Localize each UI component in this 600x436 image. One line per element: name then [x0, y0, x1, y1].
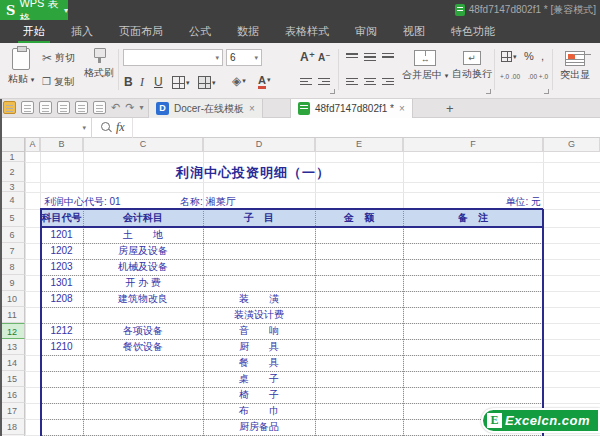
- search-icon[interactable]: [101, 122, 110, 131]
- cell-row12-col0: 1212: [40, 323, 83, 339]
- shading-button[interactable]: ▾: [198, 76, 216, 89]
- menu-item-8[interactable]: 特色功能: [438, 20, 508, 43]
- row-header-16[interactable]: 16: [0, 387, 25, 403]
- align-right-button[interactable]: [382, 76, 394, 87]
- shrink-font-button[interactable]: A⁻: [318, 52, 331, 63]
- underline-button[interactable]: U: [154, 75, 163, 89]
- row-header-3[interactable]: 3: [0, 182, 25, 192]
- save-icon[interactable]: [21, 101, 34, 114]
- increase-indent-button[interactable]: [318, 76, 330, 87]
- row-header-10[interactable]: 10: [0, 291, 25, 307]
- column-header-E[interactable]: E: [315, 138, 403, 152]
- align-group-dialog-launcher[interactable]: [486, 89, 491, 94]
- table-inner-line: [40, 371, 543, 372]
- align-left-button[interactable]: [346, 76, 358, 87]
- print-icon[interactable]: [57, 101, 70, 114]
- fill-color-button[interactable]: ◈▾: [232, 75, 246, 87]
- font-group-dialog-launcher[interactable]: [330, 89, 335, 94]
- decrease-indent-button[interactable]: [300, 76, 312, 87]
- select-all-corner[interactable]: [0, 138, 25, 152]
- comma-style-button[interactable]: ,: [541, 50, 544, 62]
- row-header-11[interactable]: 11: [0, 307, 25, 323]
- increase-decimal-button[interactable]: +.0 .00: [500, 73, 520, 81]
- chevron-down-icon: ▾: [82, 124, 86, 132]
- column-header-G[interactable]: G: [543, 138, 600, 152]
- cell-row13-col2: 厨 具: [203, 339, 315, 355]
- highlight-cells-button[interactable]: 突出显: [560, 51, 590, 82]
- new-tab-button[interactable]: +: [446, 99, 454, 118]
- format-painter-button[interactable]: 格式刷: [84, 48, 114, 80]
- close-icon[interactable]: ×: [249, 103, 255, 114]
- italic-button[interactable]: I: [140, 75, 144, 90]
- wrap-text-button[interactable]: ↵ 自动换行: [452, 51, 492, 81]
- row-header-15[interactable]: 15: [0, 371, 25, 387]
- align-center-button[interactable]: [364, 76, 376, 87]
- table-inner-line: [83, 209, 84, 436]
- formula-input[interactable]: [132, 118, 600, 138]
- menu-item-2[interactable]: 页面布局: [106, 20, 176, 43]
- align-middle-button[interactable]: [364, 51, 376, 63]
- row-header-4[interactable]: 4: [0, 192, 25, 209]
- row-header-18[interactable]: 18: [0, 419, 25, 435]
- column-header-C[interactable]: C: [83, 138, 203, 152]
- tab-1[interactable]: 48fd7147d802f1 *×: [290, 99, 413, 118]
- menu-item-6[interactable]: 审阅: [342, 20, 390, 43]
- merge-center-label: 合并居中: [402, 69, 442, 80]
- menu-item-5[interactable]: 表格样式: [272, 20, 342, 43]
- menu-item-4[interactable]: 数据: [224, 20, 272, 43]
- copy-button[interactable]: ❐ 复制: [42, 75, 74, 89]
- number-format-button[interactable]: ▾: [501, 51, 517, 62]
- row-header-8[interactable]: 8: [0, 259, 25, 275]
- cut-button[interactable]: ✂ 剪切: [42, 51, 75, 65]
- merge-center-button[interactable]: 合并居中 ▾: [402, 50, 448, 82]
- column-header-D[interactable]: D: [203, 138, 315, 152]
- row-header-14[interactable]: 14: [0, 355, 25, 371]
- row-header-12[interactable]: 12: [0, 323, 25, 339]
- grow-font-button[interactable]: A⁺: [300, 50, 315, 64]
- tab-label: 48fd7147d802f1 *: [315, 103, 394, 114]
- name-box[interactable]: ▾: [0, 118, 92, 138]
- menu-item-3[interactable]: 公式: [176, 20, 224, 43]
- font-size-combo[interactable]: 6 ▾: [226, 49, 262, 66]
- borders-button[interactable]: ▾: [172, 76, 190, 89]
- number-group-dialog-launcher[interactable]: [544, 89, 549, 94]
- spreadsheet-grid[interactable]: ABCDEFG 12345678910111213141516171819 利润…: [0, 138, 600, 436]
- fx-icon[interactable]: fx: [116, 120, 125, 135]
- bold-button[interactable]: B: [124, 75, 133, 89]
- align-bottom-button[interactable]: [382, 51, 394, 60]
- file-icon[interactable]: [3, 101, 16, 114]
- row-header-7[interactable]: 7: [0, 243, 25, 259]
- row-header-6[interactable]: 6: [0, 227, 25, 243]
- italic-label: I: [140, 75, 144, 90]
- tab-0[interactable]: DDocer-在线模板×: [148, 99, 263, 118]
- column-header-F[interactable]: F: [403, 138, 543, 152]
- column-header-A[interactable]: A: [25, 138, 40, 152]
- cell-row13-col0: 1210: [40, 339, 83, 355]
- decrease-decimal-button[interactable]: .00 +.0: [528, 73, 548, 81]
- align-top-button[interactable]: [346, 51, 358, 60]
- row-header-2[interactable]: 2: [0, 162, 25, 182]
- dropdown-icon[interactable]: ▾: [139, 103, 143, 112]
- row-header-13[interactable]: 13: [0, 339, 25, 355]
- row-header-9[interactable]: 9: [0, 275, 25, 291]
- export-pdf-icon[interactable]: [39, 101, 52, 114]
- row-header-1[interactable]: 1: [0, 152, 25, 162]
- row-header-17[interactable]: 17: [0, 403, 25, 419]
- merge-cells-icon: [414, 50, 436, 66]
- redo-icon[interactable]: ↷: [125, 102, 134, 113]
- page-icon[interactable]: [93, 101, 106, 114]
- close-icon[interactable]: ×: [399, 103, 405, 114]
- menu-item-1[interactable]: 插入: [58, 20, 106, 43]
- print-preview-icon[interactable]: [75, 101, 88, 114]
- font-color-button[interactable]: A▾: [258, 74, 270, 86]
- undo-icon[interactable]: ↶: [111, 102, 120, 113]
- font-name-combo[interactable]: ▾: [123, 49, 223, 66]
- wps-app-menu-button[interactable]: S WPS 表格 ▾: [0, 0, 68, 21]
- column-header-B[interactable]: B: [40, 138, 83, 152]
- paste-button[interactable]: 粘贴 ▾: [8, 48, 34, 86]
- row-header-5[interactable]: 5: [0, 209, 25, 227]
- percent-style-button[interactable]: %: [524, 50, 534, 62]
- plus-icon: +: [446, 101, 454, 116]
- menu-item-0[interactable]: 开始: [10, 20, 58, 43]
- menu-item-7[interactable]: 视图: [390, 20, 438, 43]
